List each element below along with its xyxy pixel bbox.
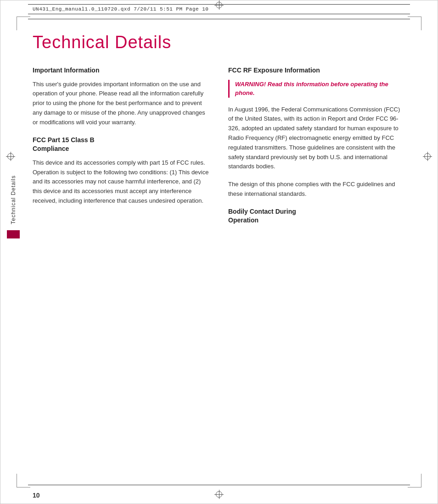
main-content: Technical Details Important Information … xyxy=(33,33,405,476)
page-number: 10 xyxy=(33,492,40,499)
body-important-info: This user's guide provides important inf… xyxy=(33,80,210,127)
section-heading-bodily: Bodily Contact During Operation xyxy=(228,207,405,225)
corner-mark-tr xyxy=(408,17,421,30)
corner-mark-tl xyxy=(17,17,30,30)
body-rf-1: In August 1996, the Federal Communicatio… xyxy=(228,105,405,172)
column-left: Important Information This user's guide … xyxy=(33,66,210,230)
line-top xyxy=(28,19,410,19)
reg-mark-right-top xyxy=(423,152,432,161)
sidebar-label-container: Technical Details xyxy=(0,161,26,253)
page-title: Technical Details xyxy=(33,33,405,52)
corner-mark-br xyxy=(408,474,421,487)
warning-text: WARNING! Read this information before op… xyxy=(235,81,388,97)
section-fcc-compliance: FCC Part 15 Class B Compliance This devi… xyxy=(33,136,210,206)
page-container: UN431_Eng_manual1.0_110720.qxd 7/20/11 5… xyxy=(0,0,438,504)
sidebar-label: Technical Details xyxy=(10,175,17,224)
section-important-info: Important Information This user's guide … xyxy=(33,66,210,127)
column-right: FCC RF Exposure Information WARNING! Rea… xyxy=(228,66,405,230)
corner-mark-bl xyxy=(17,474,30,487)
section-heading-rf: FCC RF Exposure Information xyxy=(228,66,405,75)
body-fcc-compliance: This device and its accessories comply w… xyxy=(33,158,210,206)
content-columns: Important Information This user's guide … xyxy=(33,66,405,230)
line-bottom xyxy=(28,485,410,485)
section-heading-important: Important Information xyxy=(33,66,210,75)
reg-mark-top xyxy=(214,0,224,10)
body-rf-2: The design of this phone complies with t… xyxy=(228,180,405,199)
section-heading-fcc: FCC Part 15 Class B Compliance xyxy=(33,136,210,154)
header-file-info: UN431_Eng_manual1.0_110720.qxd 7/20/11 5… xyxy=(33,6,208,12)
warning-block: WARNING! Read this information before op… xyxy=(228,80,405,98)
sidebar-accent xyxy=(7,230,20,238)
reg-mark-left-top xyxy=(6,152,15,161)
reg-mark-bottom xyxy=(214,490,224,499)
